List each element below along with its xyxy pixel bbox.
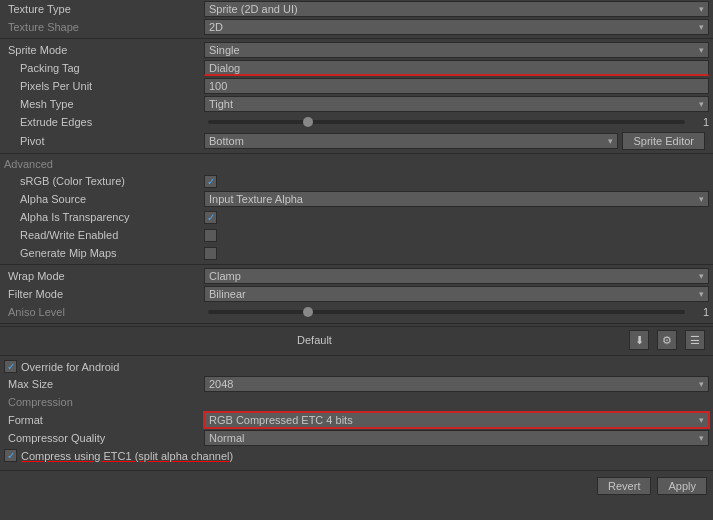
format-dropdown[interactable]: RGB Compressed ETC 4 bits (204, 412, 709, 428)
read-write-checkbox[interactable] (204, 229, 217, 242)
texture-shape-value[interactable]: 2D (204, 19, 709, 35)
texture-type-value[interactable]: Sprite (2D and UI) (204, 1, 709, 17)
mesh-type-dropdown[interactable]: Tight (204, 96, 709, 112)
wrap-mode-row: Wrap Mode Clamp (0, 267, 713, 285)
packing-tag-value[interactable]: Dialog (204, 60, 709, 76)
texture-shape-dropdown[interactable]: 2D (204, 19, 709, 35)
override-checkbox[interactable]: ✓ (4, 360, 17, 373)
menu-icon-btn[interactable]: ☰ (685, 330, 705, 350)
extrude-edges-track[interactable] (208, 120, 685, 124)
wrap-mode-dropdown[interactable]: Clamp (204, 268, 709, 284)
sprite-mode-value[interactable]: Single (204, 42, 709, 58)
revert-button[interactable]: Revert (597, 477, 651, 495)
bottom-bar: Default ⬇ ⚙ ☰ (0, 326, 713, 353)
max-size-row: Max Size 2048 (0, 375, 713, 393)
filter-mode-row: Filter Mode Bilinear (0, 285, 713, 303)
mesh-type-value[interactable]: Tight (204, 96, 709, 112)
aniso-level-thumb[interactable] (303, 307, 313, 317)
extrude-edges-label: Extrude Edges (4, 116, 204, 128)
aniso-level-label: Aniso Level (4, 306, 204, 318)
main-panel: Texture Type Sprite (2D and UI) Texture … (0, 0, 713, 499)
sprite-editor-button[interactable]: Sprite Editor (622, 132, 705, 150)
packing-tag-row: Packing Tag Dialog (0, 59, 713, 77)
packing-tag-input[interactable]: Dialog (204, 60, 709, 76)
srgb-row: sRGB (Color Texture) ✓ (0, 172, 713, 190)
compression-row: Compression (0, 393, 713, 411)
sprite-mode-row: Sprite Mode Single (0, 41, 713, 59)
max-size-dropdown[interactable]: 2048 (204, 376, 709, 392)
wrap-mode-label: Wrap Mode (4, 270, 204, 282)
override-label: Override for Android (21, 361, 119, 373)
read-write-row: Read/Write Enabled (0, 226, 713, 244)
texture-type-label: Texture Type (4, 3, 204, 15)
texture-shape-label: Texture Shape (4, 21, 204, 33)
texture-shape-row: Texture Shape 2D (0, 18, 713, 36)
alpha-transparency-label: Alpha Is Transparency (4, 211, 204, 223)
pixels-per-unit-input[interactable]: 100 (204, 78, 709, 94)
sprite-mode-dropdown[interactable]: Single (204, 42, 709, 58)
read-write-label: Read/Write Enabled (4, 229, 204, 241)
settings-icon-btn[interactable]: ⚙ (657, 330, 677, 350)
advanced-label: Advanced (0, 156, 713, 172)
pivot-dropdown[interactable]: Bottom (204, 133, 618, 149)
action-buttons-row: Revert Apply (0, 473, 713, 499)
mesh-type-row: Mesh Type Tight (0, 95, 713, 113)
packing-tag-label: Packing Tag (4, 62, 204, 74)
filter-mode-label: Filter Mode (4, 288, 204, 300)
compressor-quality-row: Compressor Quality Normal (0, 429, 713, 447)
alpha-source-label: Alpha Source (4, 193, 204, 205)
pixels-per-unit-value[interactable]: 100 (204, 78, 709, 94)
compress-etc1-row: ✓ Compress using ETC1 (split alpha chann… (0, 447, 713, 464)
compress-etc1-checkbox[interactable]: ✓ (4, 449, 17, 462)
filter-mode-dropdown[interactable]: Bilinear (204, 286, 709, 302)
format-label: Format (4, 414, 204, 426)
compression-label: Compression (4, 396, 204, 408)
mip-maps-label: Generate Mip Maps (4, 247, 204, 259)
override-row: ✓ Override for Android (0, 358, 713, 375)
alpha-transparency-checkbox[interactable]: ✓ (204, 211, 217, 224)
texture-type-dropdown[interactable]: Sprite (2D and UI) (204, 1, 709, 17)
alpha-source-row: Alpha Source Input Texture Alpha (0, 190, 713, 208)
bottom-bar-label: Default (8, 334, 621, 346)
alpha-transparency-row: Alpha Is Transparency ✓ (0, 208, 713, 226)
mesh-type-label: Mesh Type (4, 98, 204, 110)
pixels-per-unit-row: Pixels Per Unit 100 (0, 77, 713, 95)
aniso-level-track[interactable] (208, 310, 685, 314)
download-icon-btn[interactable]: ⬇ (629, 330, 649, 350)
compressor-quality-label: Compressor Quality (4, 432, 204, 444)
extrude-edges-thumb[interactable] (303, 117, 313, 127)
pivot-row: Pivot Bottom Sprite Editor (0, 131, 713, 151)
apply-button[interactable]: Apply (657, 477, 707, 495)
pixels-per-unit-label: Pixels Per Unit (4, 80, 204, 92)
sprite-mode-label: Sprite Mode (4, 44, 204, 56)
extrude-edges-slider[interactable]: 1 (204, 116, 709, 128)
srgb-label: sRGB (Color Texture) (4, 175, 204, 187)
extrude-edges-row: Extrude Edges 1 (0, 113, 713, 131)
texture-type-row: Texture Type Sprite (2D and UI) (0, 0, 713, 18)
aniso-level-value: 1 (689, 306, 709, 318)
mip-maps-row: Generate Mip Maps (0, 244, 713, 262)
aniso-level-row: Aniso Level 1 (0, 303, 713, 321)
alpha-source-dropdown[interactable]: Input Texture Alpha (204, 191, 709, 207)
mip-maps-checkbox[interactable] (204, 247, 217, 260)
pivot-label: Pivot (4, 135, 204, 147)
max-size-label: Max Size (4, 378, 204, 390)
extrude-edges-value: 1 (689, 116, 709, 128)
srgb-checkbox[interactable]: ✓ (204, 175, 217, 188)
format-row: Format RGB Compressed ETC 4 bits (0, 411, 713, 429)
compressor-quality-dropdown[interactable]: Normal (204, 430, 709, 446)
compress-etc1-label: Compress using ETC1 (split alpha channel… (21, 450, 233, 462)
